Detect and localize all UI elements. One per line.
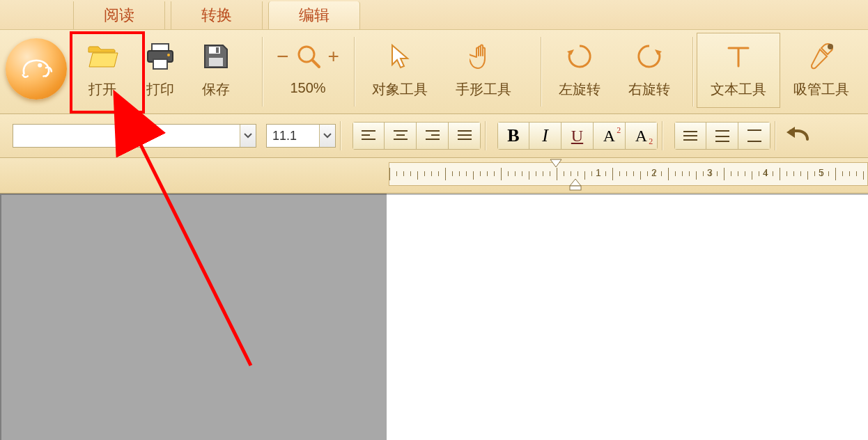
ribbon: 打开 打印 保存 − + 150% (0, 30, 868, 114)
undo-icon (785, 127, 810, 145)
svg-line-9 (313, 61, 319, 67)
zoom-label: 150% (290, 80, 325, 96)
zoom-icon: − + (270, 40, 346, 73)
svg-rect-3 (153, 59, 167, 69)
superscript-button[interactable]: A2 (594, 122, 626, 150)
bold-glyph: B (507, 125, 519, 146)
sub-glyph: A (635, 127, 647, 145)
ruler[interactable]: 12345 (389, 162, 868, 186)
spacing-group (674, 122, 770, 150)
format-toolbar: 11.1 B I U A2 A2 (0, 114, 868, 158)
print-label: 打印 (146, 80, 174, 99)
svg-rect-6 (209, 58, 223, 66)
elephant-icon (17, 49, 56, 88)
rotate-left-label: 左旋转 (559, 80, 600, 99)
italic-button[interactable]: I (529, 122, 561, 150)
tab-convert-label: 转换 (201, 6, 232, 24)
align-group (352, 122, 481, 150)
underline-glyph: U (571, 127, 583, 146)
align-center-button[interactable] (385, 122, 417, 150)
save-button[interactable]: 保存 (188, 33, 244, 115)
svg-rect-7 (216, 47, 219, 53)
font-style-group: B I U A2 A2 (497, 122, 658, 150)
text-icon (722, 40, 755, 73)
cursor-icon (383, 40, 417, 73)
align-right-button[interactable] (417, 122, 449, 150)
indent-top-icon (550, 159, 562, 168)
open-button[interactable]: 打开 (72, 33, 132, 115)
subscript-button[interactable]: A2 (626, 122, 658, 150)
line-spacing-1-button[interactable] (674, 122, 706, 150)
hand-tool-button[interactable]: 手形工具 (442, 33, 525, 115)
open-label: 打开 (88, 80, 116, 99)
bold-button[interactable]: B (497, 122, 529, 150)
thumbnail-pane[interactable] (0, 194, 387, 440)
underline-button[interactable]: U (561, 122, 594, 150)
workspace (0, 194, 868, 440)
text-tool-button[interactable]: 文本工具 (697, 33, 780, 108)
ruler-row: 12345 (0, 158, 868, 194)
font-size-combo[interactable]: 11.1 (266, 124, 336, 148)
print-button[interactable]: 打印 (132, 33, 188, 115)
folder-open-icon (86, 40, 119, 73)
italic-glyph: I (542, 125, 548, 146)
rotate-left-icon (563, 40, 596, 73)
sup-glyph: A (603, 127, 615, 145)
select-label: 对象工具 (372, 80, 428, 99)
zoom-control[interactable]: − + 150% (266, 33, 350, 115)
document-pane[interactable] (387, 194, 868, 440)
rotate-right-icon (633, 40, 666, 73)
chevron-down-icon (319, 125, 335, 147)
svg-rect-1 (152, 44, 169, 51)
line-spacing-3-button[interactable] (738, 122, 770, 150)
undo-button[interactable] (780, 122, 815, 150)
align-left-button[interactable] (352, 122, 385, 150)
font-size-value: 11.1 (267, 129, 319, 143)
svg-point-4 (167, 54, 170, 56)
tab-read[interactable]: 阅读 (73, 1, 165, 29)
tab-strip: 阅读 转换 编辑 (0, 0, 868, 30)
select-tool-button[interactable]: 对象工具 (358, 33, 442, 115)
printer-icon (144, 40, 177, 73)
svg-point-0 (39, 64, 42, 67)
tab-read-label: 阅读 (104, 6, 134, 24)
rotate-right-label: 右旋转 (628, 80, 670, 99)
line-spacing-2-button[interactable] (706, 122, 738, 150)
rotate-right-button[interactable]: 右旋转 (614, 33, 684, 115)
font-name-combo[interactable] (13, 124, 256, 148)
align-justify-button[interactable] (449, 122, 481, 150)
eyedropper-label: 吸管工具 (793, 80, 849, 99)
floppy-icon (199, 40, 233, 73)
eyedropper-button[interactable]: 吸管工具 (780, 33, 862, 115)
tab-edit[interactable]: 编辑 (268, 1, 360, 29)
indent-bottom-icon (569, 178, 582, 191)
rotate-left-button[interactable]: 左旋转 (545, 33, 614, 115)
eyedropper-icon (805, 40, 838, 73)
tab-edit-label: 编辑 (299, 6, 330, 24)
chevron-down-icon (240, 125, 256, 147)
text-label: 文本工具 (711, 80, 766, 99)
hand-icon (467, 40, 500, 73)
app-logo[interactable] (6, 38, 67, 100)
svg-rect-31 (570, 186, 581, 190)
save-label: 保存 (202, 80, 230, 99)
hand-label: 手形工具 (456, 80, 511, 99)
svg-point-10 (828, 44, 833, 49)
tab-convert[interactable]: 转换 (171, 1, 263, 29)
